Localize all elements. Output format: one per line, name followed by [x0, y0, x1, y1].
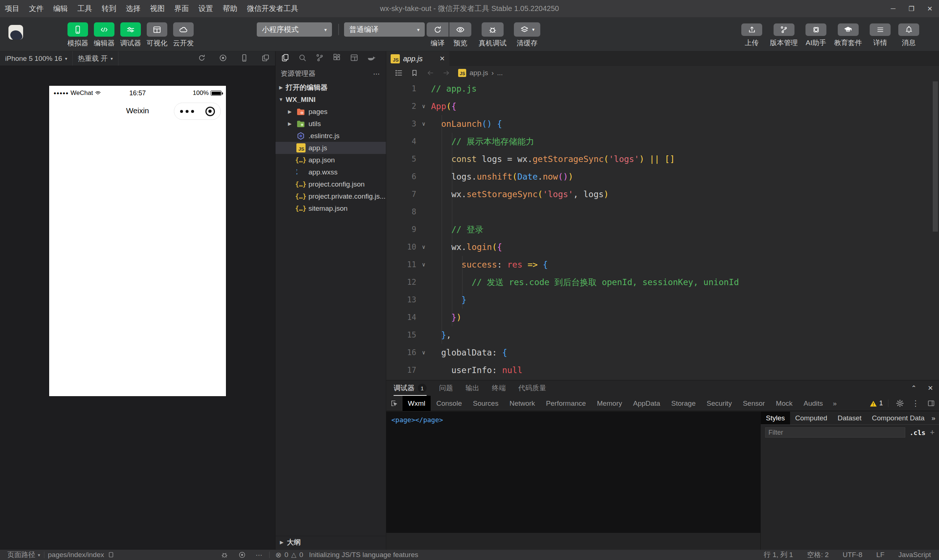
- action-AI助手[interactable]: AI助手: [805, 17, 826, 48]
- dock-side-icon[interactable]: [927, 399, 935, 408]
- 云开发-button[interactable]: 云开发: [173, 17, 194, 48]
- devtools-tab-Sources[interactable]: Sources: [467, 396, 504, 411]
- close-panel-icon[interactable]: ✕: [928, 384, 933, 392]
- devtools-tab-Security[interactable]: Security: [701, 396, 738, 411]
- cls-button[interactable]: .cls: [910, 429, 925, 437]
- kebab-menu-icon[interactable]: ⋮: [911, 399, 920, 408]
- file-.eslintrc.js[interactable]: .eslintrc.js: [276, 130, 386, 142]
- collapse-panel-icon[interactable]: ⌃: [911, 384, 917, 392]
- maximize-button[interactable]: ❐: [902, 0, 920, 17]
- inspect-element-button[interactable]: [386, 396, 402, 411]
- action-清缓存[interactable]: ▾清缓存: [514, 17, 540, 48]
- breadcrumb-more[interactable]: ...: [497, 69, 503, 77]
- knot-icon[interactable]: [805, 23, 826, 36]
- sim-phone-icon[interactable]: [240, 54, 249, 64]
- status-空格--2[interactable]: 空格: 2: [807, 550, 829, 560]
- bookmark-icon[interactable]: [410, 69, 418, 77]
- status-LF[interactable]: LF: [876, 551, 884, 559]
- bug-icon[interactable]: [220, 551, 228, 559]
- 可视化-button[interactable]: 可视化: [147, 17, 167, 48]
- compile-mode-dropdown[interactable]: 普通编译 ▾: [344, 22, 425, 37]
- tabs-overflow-icon[interactable]: »: [829, 400, 842, 408]
- style-tab-Styles[interactable]: Styles: [761, 412, 790, 425]
- avatar[interactable]: [8, 25, 23, 40]
- problems-summary[interactable]: ⊗ 0 △ 0 Initializing JS/TS language feat…: [270, 551, 418, 559]
- devtools-tab-AppData[interactable]: AppData: [628, 396, 666, 411]
- menu-设置[interactable]: 设置: [194, 0, 218, 17]
- menu-帮助[interactable]: 帮助: [218, 0, 242, 17]
- menu-微信开发者工具[interactable]: 微信开发者工具: [242, 0, 303, 17]
- menu-选择[interactable]: 选择: [121, 0, 145, 17]
- devtools-tab-Mock[interactable]: Mock: [770, 396, 798, 411]
- sim-windows-icon[interactable]: [261, 54, 270, 64]
- copy-icon[interactable]: [107, 551, 114, 558]
- file-app.js[interactable]: JSapp.js: [276, 142, 386, 154]
- close-button[interactable]: ✕: [920, 0, 939, 17]
- device-selector[interactable]: iPhone 5 100% 16 ▾: [0, 51, 72, 66]
- devtools-tab-Performance[interactable]: Performance: [541, 396, 592, 411]
- wxml-tree-pane[interactable]: <page></page>: [386, 412, 760, 550]
- file-pages[interactable]: ▶pages: [276, 106, 386, 118]
- debug-tab-输出[interactable]: 输出: [466, 380, 480, 396]
- gear-icon[interactable]: [896, 399, 904, 408]
- wxml-page-node[interactable]: <page></page>: [386, 412, 760, 428]
- style-tab-Dataset[interactable]: Dataset: [832, 412, 867, 425]
- current-page-path[interactable]: pages/index/index: [45, 550, 118, 560]
- status-UTF-8[interactable]: UTF-8: [842, 551, 862, 559]
- devtools-tab-Sensor[interactable]: Sensor: [737, 396, 770, 411]
- hamburger-icon[interactable]: [870, 23, 891, 36]
- menu-视图[interactable]: 视图: [145, 0, 170, 17]
- upload-icon[interactable]: [741, 23, 762, 36]
- activity-layout-icon[interactable]: [350, 53, 359, 64]
- action-上传[interactable]: 上传: [741, 17, 762, 48]
- outline-section[interactable]: ▶ 大纲: [276, 536, 386, 548]
- explorer-more-icon[interactable]: ⋯: [373, 70, 381, 78]
- activity-docker-icon[interactable]: [367, 53, 376, 64]
- more-icon[interactable]: ⋯: [256, 551, 264, 559]
- action-教育套件[interactable]: 教育套件: [834, 17, 862, 48]
- action-预览[interactable]: 预览: [449, 17, 471, 48]
- devtools-tab-Storage[interactable]: Storage: [666, 396, 701, 411]
- activity-branch-icon[interactable]: [315, 53, 324, 64]
- fold-icon[interactable]: ∨: [416, 244, 431, 250]
- action-消息[interactable]: 消息: [898, 17, 919, 48]
- activity-search-icon[interactable]: [298, 53, 307, 64]
- file-project.private.config.js...[interactable]: {…}project.private.config.js...: [276, 190, 386, 202]
- sim-refresh-icon[interactable]: [197, 54, 206, 64]
- branch-icon[interactable]: [774, 23, 794, 36]
- menu-项目[interactable]: 项目: [0, 0, 24, 17]
- code-editor[interactable]: 1// app.js2∨App({3∨ onLaunch() {4 // 展示本…: [386, 80, 939, 380]
- debug-tab-调试器[interactable]: 调试器1: [393, 380, 427, 396]
- project-root-section[interactable]: ▼ WX_MINI: [276, 94, 386, 106]
- debug-tab-终端[interactable]: 终端: [492, 380, 506, 396]
- breadcrumb-file[interactable]: app.js: [470, 69, 488, 77]
- 调试器-button[interactable]: 调试器: [120, 17, 141, 48]
- menu-文件[interactable]: 文件: [24, 0, 48, 17]
- debug-tab-问题[interactable]: 问题: [439, 380, 453, 396]
- debug-tab-代码质量[interactable]: 代码质量: [518, 380, 546, 396]
- menu-转到[interactable]: 转到: [97, 0, 121, 17]
- exit-button[interactable]: [205, 107, 215, 116]
- file-project.config.json[interactable]: {…}project.config.json: [276, 178, 386, 190]
- back-icon[interactable]: [426, 69, 435, 77]
- open-editors-section[interactable]: ▶ 打开的编辑器: [276, 82, 386, 94]
- style-tabs-overflow-icon[interactable]: »: [931, 414, 935, 422]
- editor-scrollbar[interactable]: [933, 82, 938, 232]
- file-app.json[interactable]: {…}app.json: [276, 154, 386, 166]
- activity-files-icon[interactable]: [281, 53, 290, 64]
- more-menu-button[interactable]: [180, 110, 194, 113]
- fold-icon[interactable]: ∨: [416, 121, 431, 127]
- style-tab-Computed[interactable]: Computed: [790, 412, 833, 425]
- 模拟器-button[interactable]: 模拟器: [68, 17, 88, 48]
- eye-icon[interactable]: [449, 22, 471, 37]
- refresh-icon[interactable]: [427, 22, 449, 37]
- tab-appjs[interactable]: JS app.js ✕: [386, 51, 449, 66]
- style-tab-Component-Data[interactable]: Component Data: [867, 412, 930, 425]
- 编辑器-button[interactable]: 编辑器: [94, 17, 114, 48]
- file-app.wxss[interactable]: 3app.wxss: [276, 166, 386, 178]
- minimize-button[interactable]: ─: [884, 0, 902, 17]
- menu-界面[interactable]: 界面: [170, 0, 194, 17]
- action-详情[interactable]: 详情: [870, 17, 891, 48]
- page-path-dropdown[interactable]: 页面路径 ▾: [0, 550, 44, 560]
- action-版本管理[interactable]: 版本管理: [770, 17, 798, 48]
